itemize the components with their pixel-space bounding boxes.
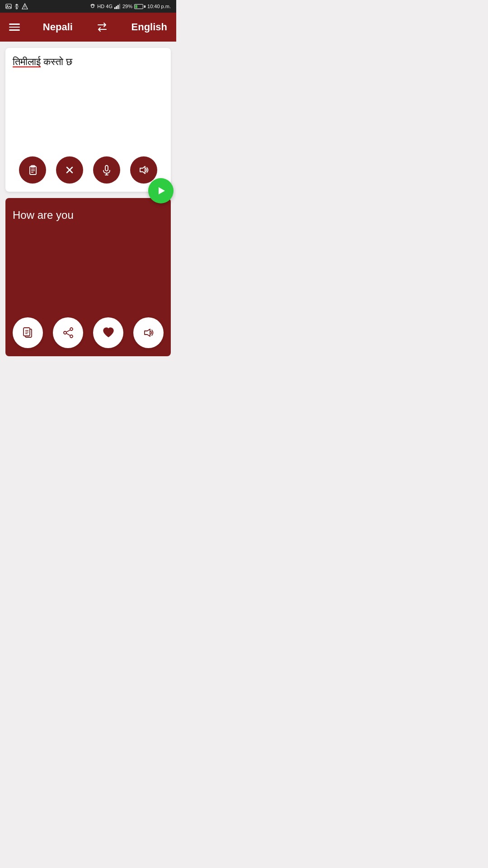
hotspot-icon — [90, 4, 95, 9]
translate-button[interactable] — [148, 178, 174, 203]
copy-button[interactable] — [13, 317, 43, 348]
translate-button-wrapper — [148, 178, 174, 203]
swap-languages-button[interactable] — [96, 21, 108, 33]
warning-icon — [22, 3, 28, 9]
menu-button[interactable] — [9, 24, 20, 31]
svg-rect-23 — [105, 165, 108, 171]
image-icon — [5, 3, 12, 9]
battery-icon — [134, 4, 145, 9]
usb-icon — [14, 3, 19, 9]
svg-marker-26 — [140, 166, 145, 174]
battery-percent: 29% — [122, 4, 132, 9]
svg-point-1 — [7, 5, 8, 6]
svg-line-36 — [66, 330, 70, 332]
svg-point-11 — [91, 5, 94, 8]
svg-line-37 — [66, 334, 70, 336]
svg-marker-38 — [145, 329, 150, 336]
svg-rect-13 — [116, 6, 117, 9]
status-right-info: HD 4G 29% 10:40 p.m. — [90, 4, 171, 9]
share-button[interactable] — [53, 317, 83, 348]
svg-rect-0 — [6, 4, 11, 9]
output-text-display: How are you — [13, 207, 164, 307]
clear-button[interactable] — [56, 156, 83, 184]
input-controls — [13, 156, 164, 184]
input-panel: तिमीलाई कस्तो छ — [5, 48, 171, 192]
svg-point-33 — [70, 328, 73, 330]
network-label: HD 4G — [97, 4, 113, 9]
clipboard-button[interactable] — [19, 156, 46, 184]
microphone-button[interactable] — [93, 156, 120, 184]
source-language[interactable]: Nepali — [43, 21, 73, 33]
status-left-icons — [5, 3, 28, 9]
underlined-word: तिमीलाई — [13, 56, 41, 67]
app-header: Nepali English — [0, 13, 176, 42]
favorite-button[interactable] — [93, 317, 123, 348]
input-text-display[interactable]: तिमीलाई कस्तो छ — [13, 55, 164, 146]
svg-point-10 — [24, 8, 25, 9]
svg-rect-15 — [119, 4, 120, 9]
svg-rect-14 — [117, 5, 119, 9]
svg-point-7 — [16, 8, 18, 9]
svg-point-34 — [70, 335, 73, 338]
svg-rect-12 — [114, 7, 116, 9]
time-display: 10:40 p.m. — [147, 4, 171, 9]
output-controls — [13, 317, 164, 348]
output-panel: How are you — [5, 198, 171, 356]
signal-icon — [114, 4, 121, 9]
svg-marker-27 — [159, 187, 165, 194]
status-bar: HD 4G 29% 10:40 p.m. — [0, 0, 176, 13]
svg-point-35 — [64, 331, 66, 334]
target-language[interactable]: English — [131, 21, 167, 33]
output-speaker-button[interactable] — [133, 317, 164, 348]
